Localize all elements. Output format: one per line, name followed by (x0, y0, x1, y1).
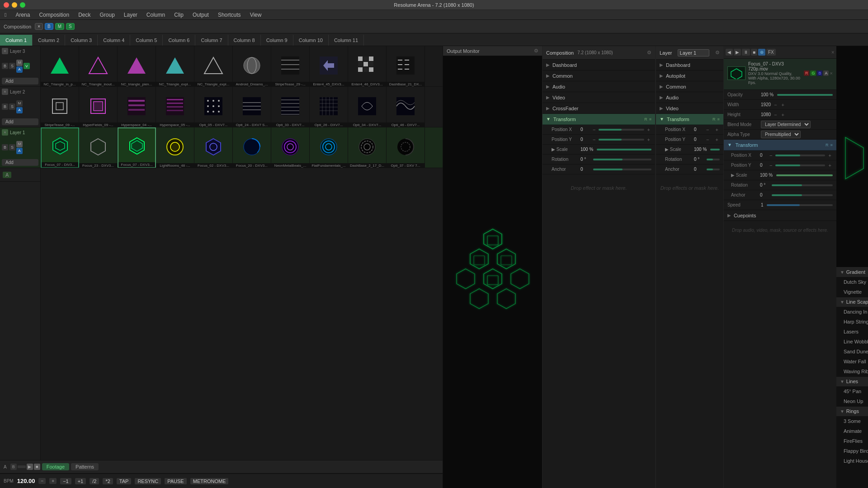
layer-section-common[interactable]: ▶ Common (656, 81, 723, 92)
alpha-type-select[interactable]: Premultiplied Straight None (761, 131, 801, 138)
clip-cell[interactable]: Hyperspace_05 -... (156, 87, 194, 127)
stop-btn[interactable]: ■ (34, 464, 40, 470)
clip-cell[interactable]: Opti_37 - DXV 7... (387, 127, 425, 168)
bpm-value[interactable]: 120.00 (17, 478, 35, 484)
layer-pos-y-minus[interactable]: − (705, 137, 710, 142)
transform-header-layer[interactable]: ▼ Transform R ≡ (656, 114, 723, 125)
clip-cell[interactable]: Android_Dreams_... (233, 46, 271, 87)
rings-category[interactable]: ▼ Rings (836, 407, 868, 417)
clip-cell[interactable]: DashBase_2_17_D... (348, 127, 387, 168)
height-minus[interactable]: − (773, 112, 778, 117)
clip-cell[interactable]: NeonMetalBeats_... (271, 127, 310, 168)
clip-cell[interactable]: LightRooms_48 -... (156, 127, 194, 168)
layer-name-input[interactable] (678, 49, 709, 56)
clip-cell[interactable]: NC_triangle_pien... (118, 46, 156, 87)
layer3-a[interactable]: A (16, 66, 23, 73)
clip-cell[interactable]: DashBase_21_DX... (387, 46, 425, 87)
layer1-m[interactable]: M (16, 141, 23, 147)
comp-settings-icon[interactable]: ⚙ (647, 50, 651, 56)
col-tab-6[interactable]: Column 6 (163, 35, 195, 46)
clip-cell[interactable]: FlatFundamentals_... (310, 127, 348, 168)
layer-settings-icon[interactable]: ⚙ (715, 50, 720, 56)
height-plus[interactable]: + (780, 112, 786, 117)
section-audio[interactable]: ▶ Audio (542, 81, 655, 92)
pos-y-minus[interactable]: − (591, 137, 597, 142)
layer3-add[interactable]: Add (2, 78, 38, 84)
neon-up-item[interactable]: Neon Up (836, 397, 868, 407)
tap-btn[interactable]: TAP (117, 478, 132, 484)
3-some-item[interactable]: 3 Some (836, 417, 868, 427)
clip-cell[interactable]: HyperFields_09 -... (79, 87, 118, 127)
line-wobble-item[interactable]: Line Wobble (836, 337, 868, 347)
mac-controls[interactable] (4, 2, 25, 8)
clip-cell[interactable]: NC_Triangle_expl... (194, 46, 233, 87)
fireflies-item[interactable]: FireFlies (836, 436, 868, 446)
bpm-times2[interactable]: *2 (103, 478, 113, 484)
width-minus[interactable]: − (773, 102, 778, 108)
layer-anchor-bar[interactable] (707, 169, 720, 170)
s-btn[interactable]: S (66, 23, 75, 30)
col-tab-5[interactable]: Column 5 (130, 35, 163, 46)
eff-anchor-bar[interactable] (772, 194, 833, 196)
close-clip-icon[interactable]: × (831, 49, 835, 56)
layer-transform-r-btn[interactable]: R (712, 117, 716, 122)
lasers-item[interactable]: Lasers (836, 327, 868, 337)
progress-bar[interactable] (18, 465, 26, 468)
col-tab-2[interactable]: Column 2 (33, 35, 65, 46)
clip-cell[interactable]: NC_Triangle_in_p... (41, 46, 79, 87)
eff-fx-btn[interactable]: FX (766, 49, 776, 56)
minimize-button[interactable] (12, 2, 17, 8)
col-tab-3[interactable]: Column 3 (65, 35, 98, 46)
clip-cell[interactable]: Opti_05 - DXV7... (194, 87, 233, 127)
clip-cell[interactable]: Focus_07 - DIV3... (41, 127, 79, 168)
bpm-div2[interactable]: /2 (90, 478, 99, 484)
menu-composition[interactable]: Composition (34, 10, 74, 19)
transform-header-comp[interactable]: ▼ Transform R ≡ (542, 114, 655, 125)
eff-pos-y-minus[interactable]: − (768, 163, 774, 168)
layer3-s[interactable]: S (9, 63, 15, 69)
line-scape-category[interactable]: ▼ Line Scape (836, 297, 868, 307)
b-btn[interactable]: B (45, 23, 53, 30)
layer2-s[interactable]: S (9, 103, 15, 110)
bpm-plus1[interactable]: +1 (75, 478, 86, 484)
sand-dunes-item[interactable]: Sand Dunes (836, 347, 868, 357)
section-common[interactable]: ▶ Common (542, 70, 655, 81)
layer2-m[interactable]: M (16, 100, 23, 107)
eff-transform-header[interactable]: ▼ Transform R ≡ (724, 140, 836, 150)
layer-scale-bar[interactable] (710, 149, 720, 150)
layer2-a[interactable]: A (16, 107, 23, 113)
section-video[interactable]: ▶ Video (542, 92, 655, 103)
eff-pos-x-minus[interactable]: − (768, 153, 774, 158)
m-btn[interactable]: M (55, 23, 64, 30)
col-tab-10[interactable]: Column 10 (293, 35, 329, 46)
layer3-m[interactable]: M (16, 60, 23, 66)
menu-deck[interactable]: Deck (74, 10, 95, 19)
col-tab-7[interactable]: Column 7 (195, 35, 228, 46)
eff-stop-btn[interactable]: ■ (751, 49, 757, 56)
eff-pos-x-plus[interactable]: + (827, 153, 832, 158)
layer1-b[interactable]: B (2, 144, 8, 150)
layer-section-dashboard[interactable]: ▶ Dashboard (656, 60, 723, 70)
patterns-btn[interactable]: Patterns (71, 463, 99, 470)
menu-arena[interactable]: Arena (11, 10, 34, 19)
clip-cell[interactable]: Opti_24 - DXV7 S... (233, 87, 271, 127)
col-tab-1[interactable]: Column 1 (0, 35, 33, 46)
menu-clip[interactable]: Clip (170, 10, 188, 19)
eff-pos-y-plus[interactable]: + (827, 163, 832, 168)
eff-transform-menu[interactable]: ≡ (830, 143, 833, 147)
col-tab-8[interactable]: Column 8 (228, 35, 261, 46)
cuepoints-section[interactable]: ▶ Cuepoints (724, 210, 836, 221)
layer-pos-x-minus[interactable]: − (705, 127, 710, 132)
bpm-minus[interactable]: − (38, 478, 46, 484)
section-crossfader[interactable]: ▶ CrossFader (542, 103, 655, 114)
45-pan-item[interactable]: 45° Pan (836, 387, 868, 397)
menu-column[interactable]: Column (142, 10, 170, 19)
eff-play-btn[interactable]: ▶ (734, 49, 741, 56)
clip-cell[interactable]: Enter4_46_DXV3... (348, 46, 387, 87)
animate-item[interactable]: Animate (836, 427, 868, 436)
output-settings-icon[interactable]: ⚙ (534, 48, 538, 54)
pos-x-minus[interactable]: − (591, 127, 597, 132)
blend-mode-select[interactable]: Layer Determined Normal Add Multiply (761, 121, 811, 128)
eff-pause-btn[interactable]: ⏸ (742, 49, 750, 56)
flappy-bird-item[interactable]: Flappy Bird (836, 446, 868, 456)
